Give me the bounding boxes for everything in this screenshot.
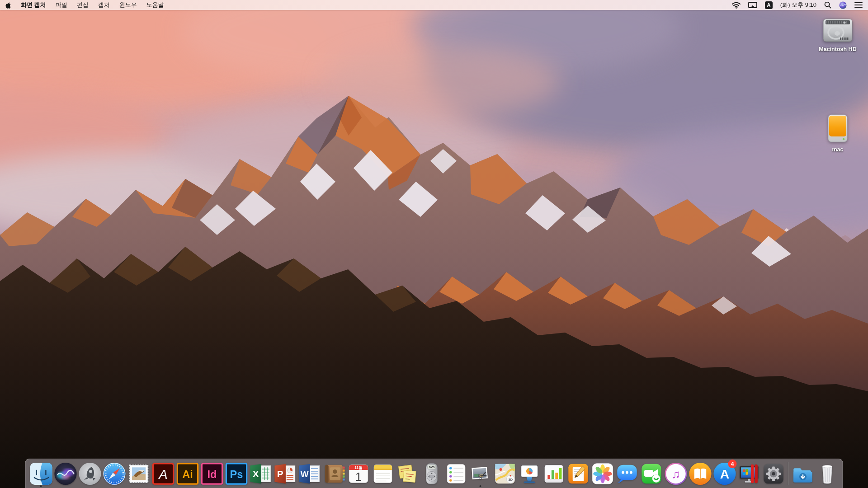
siri-icon[interactable] (839, 1, 847, 9)
apple-logo-icon (5, 1, 11, 9)
mail-icon (127, 462, 150, 485)
menu-bar-clock[interactable]: (화) 오후 9:10 (780, 1, 816, 9)
dock-item-facetime[interactable] (639, 459, 664, 488)
dock-item-siri[interactable] (53, 459, 78, 488)
svg-text:DVD: DVD (429, 465, 435, 468)
notification-center-icon[interactable] (854, 2, 863, 8)
dock-item-itunes[interactable]: ♫ (664, 459, 688, 488)
dock-item-reminders[interactable] (444, 459, 468, 488)
trash-icon (816, 462, 839, 485)
menu-edit[interactable]: 편집 (77, 1, 89, 9)
menu-capture[interactable]: 캡처 (98, 1, 110, 9)
adobe-illustrator-icon: Ai (176, 462, 199, 485)
app-menu-title[interactable]: 화면 캡처 (21, 1, 46, 9)
svg-text:1: 1 (355, 470, 361, 483)
photos-icon (591, 462, 614, 485)
internal-drive-icon (821, 16, 854, 44)
word-icon: W (298, 462, 321, 485)
dock-item-excel[interactable]: X (249, 459, 273, 488)
wifi-icon[interactable] (732, 2, 741, 9)
dock-item-mail[interactable] (127, 459, 151, 488)
desktop-icon-mac-drive[interactable]: mac (817, 114, 858, 153)
dock: A Ai Id Ps X (25, 459, 843, 488)
svg-text:W: W (300, 469, 308, 479)
excel-icon: X (249, 462, 272, 485)
reminders-icon (444, 462, 467, 485)
numbers-icon (542, 462, 565, 485)
dock-item-parallels[interactable] (737, 459, 761, 488)
dock-item-app-store[interactable]: A 4 (712, 459, 737, 488)
dock-item-pages[interactable] (566, 459, 590, 488)
dock-item-maps[interactable]: 3D (493, 459, 517, 488)
dock-item-adobe-photoshop[interactable]: Ps (224, 459, 249, 488)
svg-text:Ps: Ps (230, 468, 243, 480)
adobe-indesign-icon: Id (200, 462, 223, 485)
menu-bar: 화면 캡처 파일 편집 캡처 윈도우 도움말 A (화) 오후 9:10 (0, 0, 868, 10)
stickies-icon (396, 462, 419, 485)
dock-item-dvd-player[interactable]: DVD (420, 459, 444, 488)
dock-item-trash[interactable] (815, 459, 840, 488)
dock-item-messages[interactable] (615, 459, 639, 488)
menu-file[interactable]: 파일 (56, 1, 67, 9)
app-store-badge: 4 (728, 460, 737, 468)
desktop-icon-macintosh-hd[interactable]: Macintosh HD (813, 16, 863, 52)
contacts-icon (322, 462, 345, 485)
svg-text:Ai: Ai (182, 468, 193, 480)
running-indicator (40, 485, 42, 487)
system-preferences-icon (762, 462, 785, 485)
siri-dock-icon (54, 462, 77, 485)
screen-capture-grab-icon: ✂ (469, 462, 492, 485)
svg-text:3D: 3D (508, 478, 513, 482)
svg-text:Id: Id (207, 468, 217, 480)
dock-item-contacts[interactable] (322, 459, 346, 488)
powerpoint-icon: P (274, 462, 297, 485)
ibooks-icon (689, 462, 712, 485)
airplay-display-icon[interactable] (748, 2, 757, 9)
messages-icon (615, 462, 638, 485)
svg-text:11월: 11월 (354, 465, 363, 469)
dock-item-powerpoint[interactable]: P (273, 459, 297, 488)
svg-text:A: A (720, 466, 729, 481)
dock-item-numbers[interactable] (542, 459, 566, 488)
wallpaper-sierra-mountains (0, 0, 868, 488)
dvd-player-icon: DVD (420, 462, 443, 485)
dock-item-finder[interactable] (29, 459, 53, 488)
pages-icon (566, 462, 590, 485)
dock-item-launchpad[interactable] (78, 459, 102, 488)
menu-help[interactable]: 도움말 (146, 1, 164, 9)
desktop-icon-label: mac (832, 146, 843, 153)
dock-item-stickies[interactable] (395, 459, 420, 488)
keynote-icon (518, 462, 541, 485)
spotlight-search-icon[interactable] (824, 1, 831, 9)
dock-item-safari[interactable] (102, 459, 127, 488)
dock-item-adobe-indesign[interactable]: Id (200, 459, 224, 488)
apple-menu[interactable] (5, 1, 11, 9)
dock-item-word[interactable]: W (297, 459, 322, 488)
svg-text:♫: ♫ (671, 467, 680, 480)
svg-text:A: A (158, 467, 168, 481)
dock-item-calendar[interactable]: 11월 1 (346, 459, 371, 488)
dock-item-downloads[interactable] (791, 459, 815, 488)
maps-icon: 3D (493, 462, 516, 485)
finder-icon (29, 462, 52, 485)
svg-text:P: P (277, 469, 283, 479)
dock-item-screen-capture-grab[interactable]: ✂ (468, 459, 493, 488)
downloads-folder-icon (791, 462, 814, 485)
dock-item-notes[interactable] (371, 459, 395, 488)
dock-item-ibooks[interactable] (688, 459, 712, 488)
dock-item-photos[interactable] (590, 459, 615, 488)
dock-divider (788, 462, 788, 485)
dock-item-adobe-illustrator[interactable]: Ai (175, 459, 200, 488)
adobe-acrobat-icon: A (151, 462, 175, 485)
menu-window[interactable]: 윈도우 (119, 1, 137, 9)
calendar-icon: 11월 1 (347, 462, 370, 485)
launchpad-icon (78, 462, 101, 485)
dock-item-system-preferences[interactable] (761, 459, 786, 488)
notes-icon (371, 462, 394, 485)
dock-item-adobe-acrobat[interactable]: A (151, 459, 175, 488)
dock-item-keynote[interactable] (517, 459, 542, 488)
running-indicator (480, 485, 481, 487)
itunes-icon: ♫ (664, 462, 687, 485)
input-source-badge[interactable]: A (765, 1, 773, 9)
safari-icon (103, 462, 126, 485)
